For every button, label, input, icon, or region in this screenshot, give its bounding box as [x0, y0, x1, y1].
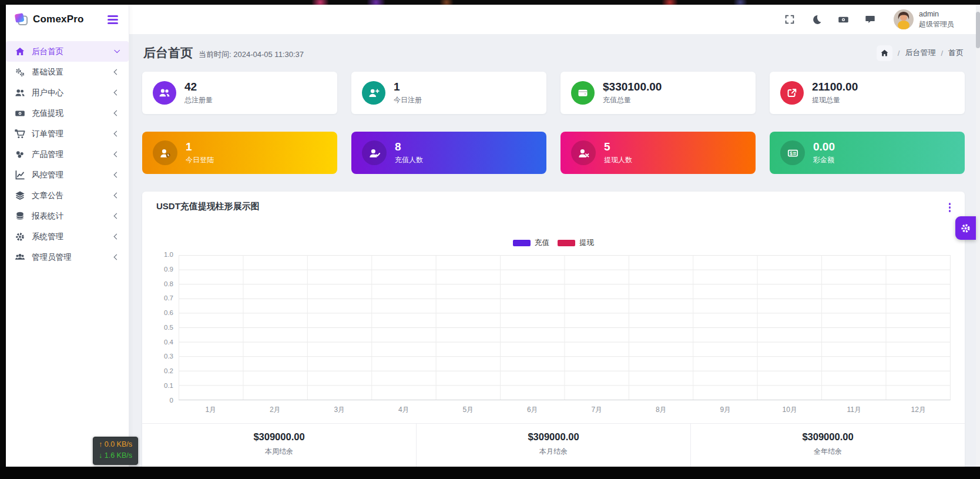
brand: ComexPro: [14, 12, 84, 27]
page-title: 后台首页: [143, 45, 193, 61]
chart-x-axis: 1月 2月 3月 4月 5月 6月 7月 8月 9月 10月 11月 12月: [179, 400, 951, 421]
chevron-down-icon: [114, 47, 120, 53]
chart-title: USDT充值提现柱形展示图: [156, 201, 951, 212]
chevron-left-icon: [114, 110, 120, 116]
chevron-left-icon: [114, 131, 120, 137]
menu-toggle-icon[interactable]: [108, 15, 118, 24]
user-menu[interactable]: admin 超级管理员: [894, 9, 954, 29]
sidebar-item-reports[interactable]: 报表统计: [6, 206, 129, 226]
sidebar-item-label: 管理员管理: [32, 252, 72, 263]
user-clock-icon: [153, 140, 177, 165]
scrollbar-thumb[interactable]: [976, 12, 980, 48]
cubes-icon: [15, 149, 25, 160]
fullscreen-icon[interactable]: [784, 14, 795, 25]
stat-value: 42: [184, 81, 213, 94]
chevron-left-icon: [114, 152, 120, 158]
sidebar-item-recharge-withdraw[interactable]: 充值提现: [6, 103, 129, 123]
summary-month: $309000.00 本月结余: [416, 424, 690, 467]
sidebar-item-label: 系统管理: [32, 232, 63, 242]
chart-plot-wrap: 1.0 0.9 0.8 0.7 0.6 0.5 0.4 0.3 0.2 0.1 …: [156, 255, 951, 400]
chart-line-icon: [15, 170, 25, 180]
chart-y-axis: 1.0 0.9 0.8 0.7 0.6 0.5 0.4 0.3 0.2 0.1 …: [156, 252, 179, 404]
sidebar-item-user-center[interactable]: 用户中心: [6, 82, 129, 103]
breadcrumb: / 后台管理 / 首页: [877, 45, 964, 61]
scrollbar-track[interactable]: [976, 5, 980, 467]
chevron-left-icon: [114, 172, 120, 178]
legend-swatch: [513, 240, 531, 246]
breadcrumb-item[interactable]: 后台管理: [905, 48, 935, 58]
chevron-left-icon: [114, 213, 120, 219]
stat-value: 0.00: [813, 140, 835, 154]
sidebar-item-label: 报表统计: [32, 211, 63, 222]
sidebar-item-label: 充值提现: [32, 108, 63, 119]
sidebar-nav: 后台首页 基础设置: [6, 34, 129, 267]
grad-card-recharge-users: 8 充值人数: [351, 132, 546, 174]
sidebar-header: ComexPro: [6, 5, 129, 34]
stat-label: 提现人数: [604, 155, 632, 165]
sidebar-item-label: 文章公告: [32, 190, 63, 201]
stat-cards-row: 42 总注册量 1 今日注册 $330100.00 充值总量: [142, 72, 965, 114]
legend-swatch: [558, 240, 575, 246]
balance-summary: $309000.00 本周结余 $309000.00 本月结余 $309000.…: [142, 423, 965, 467]
users-icon: [153, 81, 176, 105]
stat-label: 充值人数: [395, 155, 423, 165]
user-role: 超级管理员: [919, 19, 954, 29]
sidebar-item-system[interactable]: 系统管理: [6, 226, 129, 247]
home-icon: [15, 46, 25, 57]
summary-week: $309000.00 本周结余: [142, 424, 416, 467]
stat-label: 今日注册: [394, 95, 422, 105]
user-check-icon: [362, 140, 387, 165]
sidebar-item-label: 风控管理: [32, 170, 63, 180]
cart-icon: [15, 129, 25, 139]
gear-icon: [15, 232, 25, 242]
wallet-icon: [571, 81, 595, 105]
user-plus-icon: [362, 81, 385, 105]
gradient-cards-row: 1 今日登陆 8 充值人数: [142, 132, 965, 174]
stat-value: 8: [395, 140, 423, 154]
upload-speed: ↑ 0.0 KB/s: [99, 439, 132, 450]
chevron-left-icon: [114, 69, 120, 75]
sidebar-item-articles[interactable]: 文章公告: [6, 185, 129, 206]
download-speed: ↓ 1.6 KB/s: [99, 450, 132, 461]
sidebar-item-basic-settings[interactable]: 基础设置: [6, 62, 129, 82]
stat-value: 1: [394, 81, 422, 94]
top-strip: [0, 0, 980, 5]
chevron-left-icon: [114, 90, 120, 96]
money-icon[interactable]: [838, 14, 849, 25]
legend-item-recharge[interactable]: 充值: [513, 238, 549, 248]
share-icon: [780, 81, 804, 105]
breadcrumb-home-icon[interactable]: [877, 45, 892, 61]
stat-value: 1: [186, 140, 214, 154]
settings-fab-gear-icon[interactable]: [955, 216, 976, 240]
legend-item-withdraw[interactable]: 提现: [558, 238, 594, 248]
brand-name: ComexPro: [33, 14, 84, 25]
avatar: [894, 9, 914, 29]
sidebar-item-label: 订单管理: [32, 129, 63, 139]
breadcrumb-item[interactable]: 首页: [948, 48, 964, 58]
stat-label: 提现总量: [812, 95, 858, 105]
chat-icon[interactable]: [865, 14, 875, 25]
topbar: admin 超级管理员: [129, 5, 980, 34]
stat-card-today-register: 1 今日注册: [351, 72, 546, 114]
chart-plot-area: [179, 255, 951, 400]
stat-label: 今日登陆: [186, 155, 214, 165]
sidebar-item-risk-control[interactable]: 风控管理: [6, 165, 129, 185]
network-speed-badge: ↑ 0.0 KB/s ↓ 1.6 KB/s: [93, 437, 138, 465]
kebab-menu-icon[interactable]: [948, 202, 952, 213]
stat-card-total-recharge: $330100.00 充值总量: [561, 72, 756, 114]
stat-value: 21100.00: [812, 81, 858, 94]
stat-card-total-register: 42 总注册量: [142, 72, 337, 114]
sidebar-item-home[interactable]: 后台首页: [6, 41, 129, 62]
database-icon: [15, 211, 25, 222]
sidebar-item-admins[interactable]: 管理员管理: [6, 247, 129, 267]
chevron-left-icon: [114, 254, 120, 260]
chevron-left-icon: [114, 234, 120, 240]
banknote-icon: [15, 108, 25, 119]
sidebar-item-products[interactable]: 产品管理: [6, 144, 129, 165]
sidebar-item-label: 基础设置: [32, 67, 63, 78]
stat-label: 彩金额: [813, 155, 835, 165]
sidebar-item-orders[interactable]: 订单管理: [6, 123, 129, 144]
moon-icon[interactable]: [811, 14, 822, 25]
money-check-icon: $: [780, 140, 805, 165]
stat-value: 5: [604, 140, 632, 154]
